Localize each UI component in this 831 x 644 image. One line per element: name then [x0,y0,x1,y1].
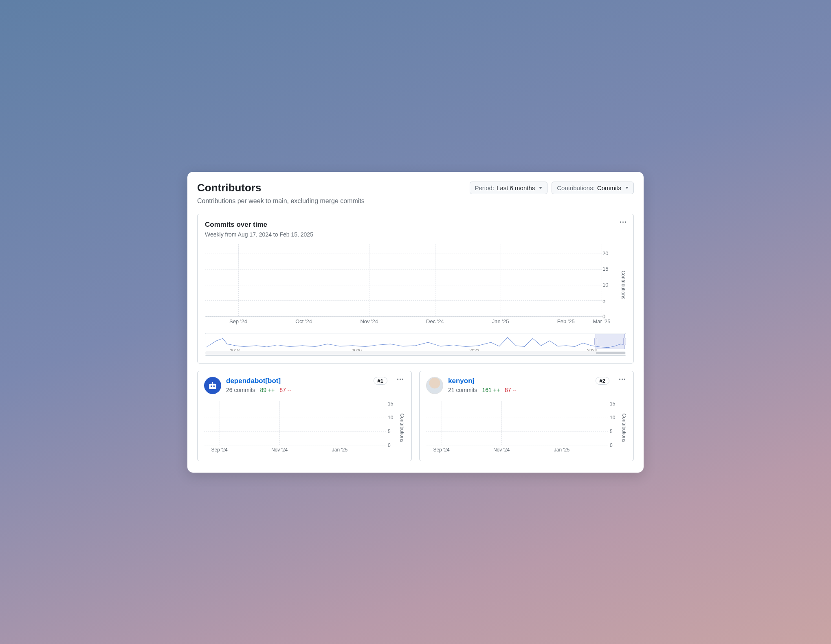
x-tick-label: Sep '24 [211,447,227,453]
brush-scrollbar[interactable] [205,351,626,355]
rank-badge: #2 [596,377,609,385]
x-tick-label: Jan '25 [332,447,347,453]
x-tick-label: Nov '24 [271,447,288,453]
bars [426,401,608,445]
x-tick-label: Feb '25 [557,318,575,324]
commit-count: 21 commits [448,387,477,393]
chart-title: Commits over time [205,221,626,229]
svg-rect-1 [212,382,213,383]
main-chart: 05101520 Contributions Sep '24Oct '24Nov… [205,244,602,326]
chevron-down-icon [625,187,629,189]
sparkline [206,336,625,349]
timeline-brush[interactable]: 2018202020222024 [205,333,626,356]
brush-scroll-thumb[interactable] [596,352,625,354]
chart-subtitle: Weekly from Aug 17, 2024 to Feb 15, 2025 [205,231,626,238]
chart-menu-button[interactable] [618,220,628,224]
x-axis-ticks: Sep '24Nov '24Jan '25 [426,447,608,454]
brush-selection[interactable] [596,334,625,349]
svg-rect-2 [211,386,212,387]
dot-icon [619,379,620,380]
avatar[interactable] [204,377,221,394]
dot-icon [400,379,401,380]
x-tick-label: Sep '24 [433,447,449,453]
deletions: 87 -- [279,387,291,393]
svg-rect-0 [209,383,216,389]
period-value: Last 6 months [497,184,535,191]
additions: 161 ++ [482,387,500,393]
dot-icon [397,379,398,380]
contributor-info: dependabot[bot] 26 commits 89 ++ 87 -- [226,377,369,393]
y-axis-title: Contributions [399,413,405,442]
contributions-dropdown[interactable]: Contributions: Commits [552,182,634,194]
bars [204,401,386,445]
commits-over-time-card: Commits over time Weekly from Aug 17, 20… [197,214,634,364]
x-tick-label: Nov '24 [360,318,378,324]
dot-icon [625,221,626,223]
svg-rect-3 [213,386,215,387]
contributor-card-1: dependabot[bot] 26 commits 89 ++ 87 -- #… [197,371,412,461]
contributions-value: Commits [597,184,621,191]
commit-count: 26 commits [226,387,255,393]
dot-icon [402,379,403,380]
contributors-panel: Contributors Contributions per week to m… [187,172,644,473]
contributor-menu-button[interactable] [618,377,627,381]
brush-handle-left[interactable] [594,338,597,345]
bars [205,244,602,316]
y-axis-title: Contributions [621,413,627,442]
contributions-label: Contributions: [557,184,595,191]
title-block: Contributors Contributions per week to m… [197,182,365,205]
dot-icon [620,221,621,223]
contributor-info: kenyonj 21 commits 161 ++ 87 -- [448,377,591,393]
contributor-chart: 051015 Contributions Sep '24Nov '24Jan '… [426,401,608,454]
rank-badge: #1 [374,377,387,385]
period-label: Period: [475,184,495,191]
period-dropdown[interactable]: Period: Last 6 months [470,182,548,194]
x-axis-ticks: Sep '24Nov '24Jan '25 [204,447,386,454]
x-tick-label: Jan '25 [492,318,509,324]
x-tick-label: Mar '25 [593,318,611,324]
filter-buttons: Period: Last 6 months Contributions: Com… [470,182,634,194]
dot-icon [624,379,625,380]
contributor-header: dependabot[bot] 26 commits 89 ++ 87 -- #… [204,377,405,394]
plot-area [426,401,608,445]
x-tick-label: Nov '24 [493,447,510,453]
x-axis-ticks: Sep '24Oct '24Nov '24Dec '24Jan '25Feb '… [205,318,602,326]
plot-area [204,401,386,445]
contributor-stats: 26 commits 89 ++ 87 -- [226,387,369,393]
contributor-chart: 051015 Contributions Sep '24Nov '24Jan '… [204,401,386,454]
dot-icon [622,379,623,380]
chevron-down-icon [539,187,542,189]
contributor-stats: 21 commits 161 ++ 87 -- [448,387,591,393]
header-row: Contributors Contributions per week to m… [197,182,634,205]
brush-handle-right[interactable] [623,338,626,345]
contributor-grid: dependabot[bot] 26 commits 89 ++ 87 -- #… [197,371,634,461]
page-subtitle: Contributions per week to main, excludin… [197,197,365,205]
contributor-header: kenyonj 21 commits 161 ++ 87 -- #2 [426,377,627,394]
x-tick-label: Dec '24 [426,318,444,324]
x-tick-label: Oct '24 [295,318,312,324]
contributor-card-2: kenyonj 21 commits 161 ++ 87 -- #2 05101… [419,371,634,461]
page-title: Contributors [197,182,365,194]
dependabot-icon [207,380,218,391]
additions: 89 ++ [260,387,275,393]
plot-area [205,244,602,317]
y-axis-title: Contributions [620,270,626,299]
contributor-menu-button[interactable] [396,377,405,381]
contributor-name-link[interactable]: dependabot[bot] [226,377,369,385]
avatar[interactable] [426,377,443,394]
dot-icon [622,221,624,223]
deletions: 87 -- [505,387,517,393]
x-tick-label: Sep '24 [229,318,247,324]
y-axis-ticks: 05101520 [602,244,623,317]
x-tick-label: Jan '25 [554,447,569,453]
contributor-name-link[interactable]: kenyonj [448,377,591,385]
